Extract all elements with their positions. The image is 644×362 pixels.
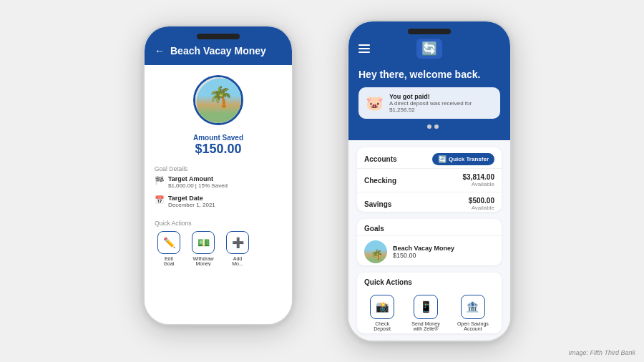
target-amount-row: 🏁 Target Amount $1,000.00 | 15% Saved <box>155 175 282 189</box>
goals-card: Goals 🌴 Beach Vacay Money $150.00 <box>357 219 502 265</box>
phone-back: ← Beach Vacay Money 🌴 Amount Saved $150.… <box>143 25 293 326</box>
edit-icon: ✏️ <box>157 231 180 254</box>
accounts-title: Accounts <box>364 155 397 163</box>
savings-amount-block: $500.00 Available <box>469 197 494 211</box>
checking-row[interactable]: Checking $3,814.00 Available <box>357 168 502 192</box>
notif-subtitle: A direct deposit was received for $1,256… <box>389 100 493 113</box>
goal-row[interactable]: 🌴 Beach Vacay Money $150.00 <box>357 235 502 265</box>
quick-transfer-label: Quick Transfer <box>449 156 489 162</box>
target-amount-block: Target Amount $1,000.00 | 15% Saved <box>168 175 228 189</box>
watermark: Image: Fifth Third Bank <box>568 349 635 356</box>
goal-amount: $150.00 <box>393 252 454 259</box>
app-logo: 🔄 <box>416 39 442 59</box>
goal-palm-icon: 🌴 <box>371 249 383 260</box>
accounts-header: Accounts 🔄 Quick Transfer <box>357 147 502 168</box>
svg-point-0 <box>195 77 243 125</box>
scene: ← Beach Vacay Money 🌴 Amount Saved $150.… <box>0 0 644 362</box>
goals-title: Goals <box>364 225 384 233</box>
back-arrow-icon[interactable]: ← <box>155 45 165 57</box>
edit-goal-button[interactable]: ✏️ EditGoal <box>155 231 183 266</box>
goal-details-label: Goal Details <box>155 165 187 172</box>
hamburger-menu[interactable] <box>358 44 370 53</box>
add-label: AddMo... <box>232 256 243 266</box>
savings-name: Savings <box>364 200 391 208</box>
front-header: 🔄 <box>348 21 510 69</box>
open-savings-button[interactable]: 🏦 Open SavingsAccount <box>457 295 489 331</box>
checking-name: Checking <box>364 177 396 185</box>
open-savings-icon: 🏦 <box>461 295 485 319</box>
front-actions-row: 📸 CheckDeposit 📱 Send Moneywith Zelle® 🏦… <box>357 289 502 333</box>
target-amount-title: Target Amount <box>168 175 228 182</box>
add-icon: ➕ <box>226 231 249 254</box>
check-deposit-button[interactable]: 📸 CheckDeposit <box>370 295 394 331</box>
target-amount-value: $1,000.00 | 15% Saved <box>168 182 228 189</box>
checking-sub: Available <box>463 181 495 187</box>
front-qa-header: Quick Actions <box>357 273 502 289</box>
front-screen: 🔄 Hey there, welcome back. 🐷 You got pai… <box>348 21 510 341</box>
add-money-button[interactable]: ➕ AddMo... <box>223 231 252 266</box>
check-deposit-label: CheckDeposit <box>374 321 391 331</box>
quick-transfer-button[interactable]: 🔄 Quick Transfer <box>432 153 494 165</box>
dot-2 <box>427 124 431 129</box>
dot-indicators <box>358 124 500 129</box>
target-date-row: 📅 Target Date December 1, 2021 <box>155 195 282 208</box>
check-deposit-icon: 📸 <box>370 295 394 319</box>
back-quick-actions-label: Quick Actions <box>155 220 282 227</box>
notif-title: You got paid! <box>389 93 493 100</box>
hamburger-line-2 <box>358 48 370 49</box>
welcome-section: Hey there, welcome back. 🐷 You got paid!… <box>348 69 510 140</box>
dot-3 <box>434 124 439 129</box>
back-actions-row: ✏️ EditGoal 💵 WithdrawMoney ➕ AddMo... <box>155 231 282 266</box>
withdraw-icon: 💵 <box>192 231 215 254</box>
checking-amount: $3,814.00 <box>463 173 495 181</box>
front-quick-actions-card: Quick Actions 📸 CheckDeposit 📱 Send Mone… <box>357 273 502 333</box>
logo-icon: 🔄 <box>421 41 437 57</box>
back-top-bar: ← Beach Vacay Money <box>145 26 292 65</box>
goal-thumb-image: 🌴 <box>364 240 387 263</box>
transfer-icon: 🔄 <box>438 155 447 163</box>
open-savings-label: Open SavingsAccount <box>457 321 489 331</box>
welcome-text: Hey there, welcome back. <box>358 69 500 80</box>
target-date-title: Target Date <box>168 195 215 202</box>
goal-info: Beach Vacay Money $150.00 <box>393 245 454 259</box>
amount-saved-value: $150.00 <box>195 142 241 157</box>
calendar-icon: 📅 <box>155 195 165 205</box>
edit-label: EditGoal <box>164 256 175 266</box>
savings-amount: $500.00 <box>469 197 494 205</box>
target-date-block: Target Date December 1, 2021 <box>168 195 215 208</box>
checking-amount-block: $3,814.00 Available <box>463 173 495 187</box>
back-content: 🌴 Amount Saved $150.00 Goal Details 🏁 Ta… <box>145 65 292 324</box>
front-body: Accounts 🔄 Quick Transfer Checking $3,81… <box>348 140 510 341</box>
phone-front: 🔄 Hey there, welcome back. 🐷 You got pai… <box>347 20 512 342</box>
back-quick-actions: Quick Actions ✏️ EditGoal 💵 WithdrawMone… <box>155 218 282 266</box>
amount-saved-label: Amount Saved <box>193 134 243 142</box>
progress-arc-svg <box>193 75 243 125</box>
withdraw-money-button[interactable]: 💵 WithdrawMoney <box>189 231 218 266</box>
savings-row[interactable]: Savings $500.00 Available <box>357 192 502 212</box>
front-qa-title: Quick Actions <box>364 278 412 286</box>
accounts-card: Accounts 🔄 Quick Transfer Checking $3,81… <box>357 147 502 212</box>
send-money-label: Send Moneywith Zelle® <box>411 321 439 331</box>
send-money-button[interactable]: 📱 Send Moneywith Zelle® <box>411 295 439 331</box>
target-date-value: December 1, 2021 <box>168 202 215 208</box>
hamburger-line-3 <box>358 52 370 53</box>
back-screen: ← Beach Vacay Money 🌴 Amount Saved $150.… <box>145 26 292 324</box>
withdraw-label: WithdrawMoney <box>192 256 213 266</box>
goals-header: Goals <box>357 219 502 235</box>
notification-card[interactable]: 🐷 You got paid! A direct deposit was rec… <box>358 87 500 119</box>
dot-1 <box>420 124 424 129</box>
goal-name: Beach Vacay Money <box>393 245 454 252</box>
hamburger-line-1 <box>358 44 370 46</box>
notif-text: You got paid! A direct deposit was recei… <box>389 93 493 113</box>
goal-thumbnail: 🌴 <box>364 240 387 263</box>
paid-icon: 🐷 <box>366 94 384 112</box>
flag-icon: 🏁 <box>155 176 165 185</box>
send-money-icon: 📱 <box>414 295 438 319</box>
beach-circle: 🌴 <box>193 75 243 125</box>
back-screen-title: Beach Vacay Money <box>170 45 266 57</box>
savings-sub: Available <box>469 205 494 211</box>
